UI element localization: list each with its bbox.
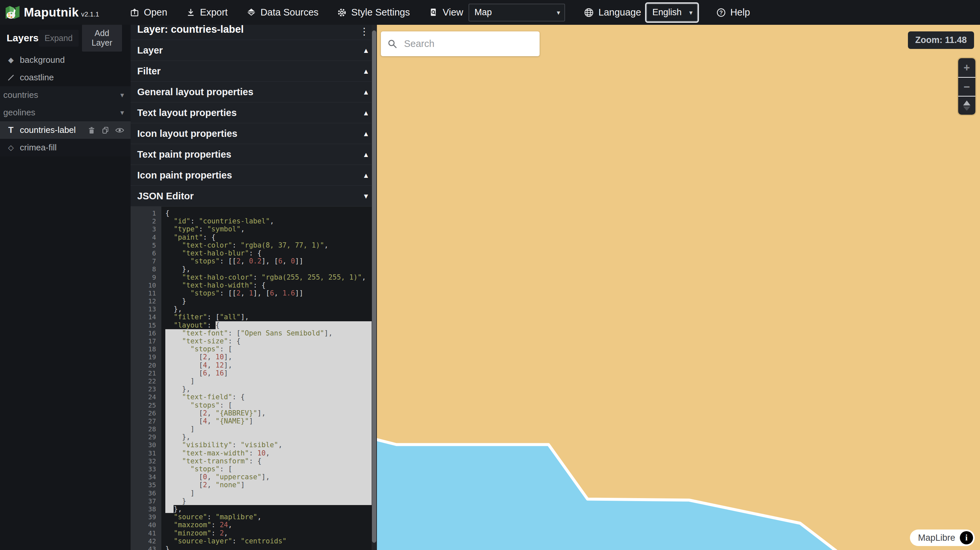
kebab-menu-icon[interactable]: ⋮ xyxy=(360,25,369,38)
line-number: 31 xyxy=(130,449,161,457)
open-icon xyxy=(130,8,140,17)
layer-item-countries-label[interactable]: T countries-label xyxy=(0,121,130,139)
code-area[interactable]: { "id": "countries-label", "type": "symb… xyxy=(161,207,372,550)
code-line: "maxzoom": 24, xyxy=(165,521,372,529)
section-text-paint-properties[interactable]: Text paint properties▲ xyxy=(130,144,377,165)
code-line: "text-max-width": 10, xyxy=(165,449,372,457)
delete-icon[interactable] xyxy=(88,126,95,134)
language-select[interactable]: English ▾ xyxy=(646,4,698,21)
expand-icon: ▲ xyxy=(364,68,368,75)
svg-text:?: ? xyxy=(719,10,722,16)
section-general-layout-properties[interactable]: General layout properties▲ xyxy=(130,82,377,102)
pitch-toggle-button[interactable] xyxy=(958,96,975,115)
line-number: 39 xyxy=(130,513,161,521)
data-sources-button[interactable]: Data Sources xyxy=(246,7,319,18)
main-area: Layers Expand Add Layer ◆ background coa… xyxy=(0,25,980,550)
section-icon-paint-properties[interactable]: Icon paint properties▲ xyxy=(130,165,377,186)
layers-title: Layers xyxy=(6,32,39,44)
section-json-editor[interactable]: JSON Editor▼ xyxy=(130,186,377,207)
language-button[interactable]: Language xyxy=(584,7,641,18)
section-layer[interactable]: Layer▲ xyxy=(130,40,377,61)
line-number: 9 xyxy=(130,273,161,281)
code-line: [6, 16] xyxy=(165,369,372,377)
property-sections: Layer▲Filter▲General layout properties▲T… xyxy=(130,40,377,207)
view-group: View Map ▾ xyxy=(428,4,565,21)
code-line: "filter": ["all"], xyxy=(165,313,372,321)
line-number: 4 xyxy=(130,234,161,241)
code-line: ] xyxy=(165,377,372,385)
line-number: 21 xyxy=(130,369,161,377)
language-group: Language English ▾ xyxy=(584,4,698,21)
panel-scrollbar-thumb[interactable] xyxy=(372,30,376,543)
layer-group-countries[interactable]: countries ▾ xyxy=(0,86,130,104)
help-button[interactable]: ? Help xyxy=(716,7,750,18)
language-select-value: English xyxy=(652,7,682,17)
section-label: Icon paint properties xyxy=(137,170,232,181)
app-version: v2.1.1 xyxy=(81,11,99,18)
map-canvas[interactable]: Zoom: 11.48 + − MapLibre i xyxy=(377,25,980,550)
layer-item-coastline[interactable]: coastline xyxy=(0,69,130,86)
code-line: "text-color": "rgba(8, 37, 77, 1)", xyxy=(165,241,372,249)
triangle-up-icon xyxy=(963,100,970,105)
coastline-water-shape xyxy=(377,25,980,550)
layers-header: Layers Expand Add Layer xyxy=(0,25,130,51)
code-line: }, xyxy=(165,505,372,513)
layer-item-crimea-fill[interactable]: ◇ crimea-fill xyxy=(0,139,130,156)
view-select-value: Map xyxy=(474,7,492,17)
section-text-layout-properties[interactable]: Text layout properties▲ xyxy=(130,102,377,123)
caret-down-icon[interactable]: ▾ xyxy=(120,91,124,99)
expand-icon: ▲ xyxy=(364,151,368,158)
export-icon xyxy=(186,8,196,17)
eye-icon[interactable] xyxy=(115,127,124,134)
json-editor[interactable]: 1234567891011121314151617181920212223242… xyxy=(130,207,372,550)
triangle-down-icon xyxy=(963,107,970,111)
expand-button[interactable]: Expand xyxy=(39,30,79,47)
view-button[interactable]: View xyxy=(428,7,463,18)
caret-down-icon[interactable]: ▾ xyxy=(120,108,124,117)
code-line: "paint": { xyxy=(165,234,372,241)
open-button[interactable]: Open xyxy=(130,7,167,18)
code-line: "stops": [ xyxy=(165,401,372,409)
duplicate-icon[interactable] xyxy=(102,126,110,134)
panel-scrollbar xyxy=(372,25,377,550)
code-line: "text-halo-color": "rgba(255, 255, 255, … xyxy=(165,273,372,281)
line-number: 37 xyxy=(130,497,161,505)
layer-item-background[interactable]: ◆ background xyxy=(0,51,130,69)
info-icon[interactable]: i xyxy=(960,531,973,544)
code-line: "stops": [[2, 0.2], [6, 0]] xyxy=(165,257,372,265)
expand-icon: ▲ xyxy=(364,110,368,116)
line-number: 30 xyxy=(130,441,161,449)
map-controls: + − xyxy=(958,58,975,115)
code-line: }, xyxy=(165,433,372,441)
code-line: [0, "uppercase"], xyxy=(165,473,372,481)
code-line: "stops": [ xyxy=(165,345,372,353)
view-select[interactable]: Map ▾ xyxy=(469,4,565,21)
export-button[interactable]: Export xyxy=(186,7,228,18)
layer-group-geolines[interactable]: geolines ▾ xyxy=(0,104,130,121)
code-line: "source": "maplibre", xyxy=(165,513,372,521)
section-icon-layout-properties[interactable]: Icon layout properties▲ xyxy=(130,123,377,144)
section-filter[interactable]: Filter▲ xyxy=(130,61,377,82)
line-number: 13 xyxy=(130,305,161,313)
line-number: 14 xyxy=(130,313,161,321)
view-icon xyxy=(428,8,438,17)
line-number: 22 xyxy=(130,377,161,385)
layer-list: ◆ background coastline countries ▾ geoli… xyxy=(0,51,130,156)
code-line: [2, "none"] xyxy=(165,481,372,489)
style-settings-button[interactable]: Style Settings xyxy=(337,7,410,18)
add-layer-button[interactable]: Add Layer xyxy=(82,24,122,52)
data-sources-label: Data Sources xyxy=(261,7,319,18)
expand-icon: ▲ xyxy=(364,130,368,137)
line-number: 1 xyxy=(130,209,161,217)
zoom-in-button[interactable]: + xyxy=(958,58,975,77)
help-icon: ? xyxy=(716,8,726,17)
line-icon xyxy=(6,74,15,81)
line-number: 34 xyxy=(130,473,161,481)
code-line: "text-field": { xyxy=(165,393,372,401)
line-number: 5 xyxy=(130,241,161,249)
line-number: 26 xyxy=(130,409,161,417)
zoom-out-button[interactable]: − xyxy=(958,77,975,96)
code-line: "source-layer": "centroids" xyxy=(165,537,372,545)
search-input[interactable] xyxy=(403,38,539,49)
open-label: Open xyxy=(144,7,167,18)
